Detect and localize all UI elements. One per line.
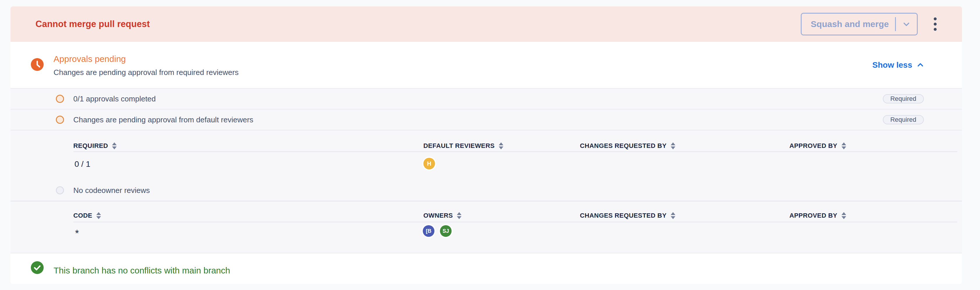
column-header-changes-requested-by[interactable]: CHANGES REQUESTED BY <box>580 212 675 219</box>
column-header-default-reviewers[interactable]: DEFAULT REVIEWERS <box>423 142 503 150</box>
check-label: No codeowner reviews <box>73 186 150 195</box>
pending-circle-icon <box>56 95 64 103</box>
check-row-codeowners: No codeowner reviews <box>11 182 962 199</box>
sort-icon[interactable] <box>457 212 461 219</box>
approvals-pending-subtitle: Changes are pending approval from requir… <box>54 68 239 77</box>
check-row-approvals: 0/1 approvals completed Required <box>11 88 962 109</box>
kebab-icon <box>934 17 937 31</box>
sort-icon[interactable] <box>112 143 117 149</box>
no-conflicts-text: This branch has no conflicts with main b… <box>54 266 230 276</box>
check-row-default-reviewers: Changes are pending approval from defaul… <box>11 109 962 130</box>
check-circle-icon <box>31 261 44 274</box>
chevron-up-icon <box>916 61 924 69</box>
merge-button-label: Squash and merge <box>802 19 895 29</box>
banner-title: Cannot merge pull request <box>35 19 150 29</box>
sort-icon[interactable] <box>671 212 675 219</box>
sort-icon[interactable] <box>842 212 846 219</box>
chevron-down-icon[interactable] <box>896 19 917 29</box>
column-header-required[interactable]: REQUIRED <box>73 142 117 150</box>
codeowners-table: CODE OWNERS CHANGES REQUESTED BY APPROVE… <box>11 201 962 253</box>
table-header-divider <box>73 222 957 222</box>
page-root: { "theme": { "error_text": "#CB392A", "e… <box>0 0 980 290</box>
column-header-owners[interactable]: OWNERS <box>423 212 461 219</box>
cannot-merge-banner: Cannot merge pull request Squash and mer… <box>11 6 962 42</box>
neutral-circle-icon <box>56 186 64 194</box>
approvals-pending-title: Approvals pending <box>54 54 126 64</box>
approvals-summary-section: Approvals pending Changes are pending ap… <box>11 42 962 88</box>
avatar[interactable]: [B <box>423 225 434 237</box>
conflicts-status-section: This branch has no conflicts with main b… <box>11 253 962 284</box>
sort-icon[interactable] <box>96 212 101 219</box>
check-label: 0/1 approvals completed <box>73 94 156 103</box>
required-badge: Required <box>883 94 924 103</box>
check-label: Changes are pending approval from defaul… <box>73 116 253 124</box>
show-less-link[interactable]: Show less <box>872 60 924 70</box>
default-reviewers-table: REQUIRED DEFAULT REVIEWERS CHANGES REQUE… <box>11 130 962 201</box>
avatar[interactable]: SJ <box>440 225 452 237</box>
merge-checks-card: Cannot merge pull request Squash and mer… <box>11 6 962 284</box>
clock-icon <box>31 58 44 71</box>
column-header-changes-requested-by[interactable]: CHANGES REQUESTED BY <box>580 142 675 150</box>
pending-circle-icon <box>56 116 64 124</box>
sort-icon[interactable] <box>842 143 846 149</box>
table-header-divider <box>73 151 957 152</box>
show-less-label: Show less <box>872 60 912 70</box>
squash-and-merge-button[interactable]: Squash and merge <box>801 13 918 35</box>
required-badge: Required <box>883 115 924 124</box>
sort-icon[interactable] <box>671 143 675 149</box>
sort-icon[interactable] <box>499 143 503 149</box>
required-count-cell: 0 / 1 <box>75 160 90 169</box>
avatar[interactable]: H <box>423 158 435 170</box>
column-header-code[interactable]: CODE <box>73 212 101 219</box>
column-header-approved-by[interactable]: APPROVED BY <box>789 142 846 150</box>
more-options-button[interactable] <box>929 16 941 33</box>
column-header-approved-by[interactable]: APPROVED BY <box>789 212 846 219</box>
code-pattern-cell: * <box>75 228 79 239</box>
